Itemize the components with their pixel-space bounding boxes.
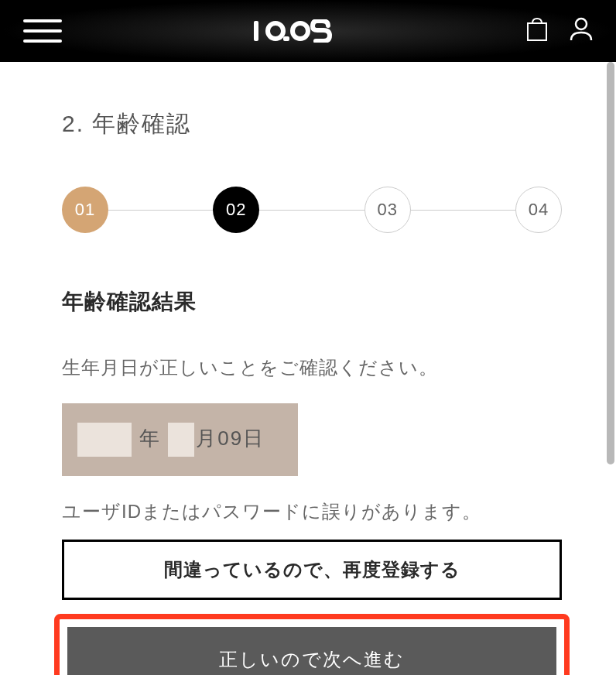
month-value-redacted	[168, 423, 194, 457]
scrollbar-thumb[interactable]	[607, 62, 614, 464]
highlight-annotation: 正しいので次へ進む	[54, 614, 570, 675]
proceed-button[interactable]: 正しいので次へ進む	[67, 627, 556, 675]
error-message: ユーザIDまたはパスワードに誤りがあります。	[62, 499, 562, 524]
main-content: 2. 年齢確認 01 02 03 04 年齢確認結果 生年月日が正しいことをご確…	[0, 62, 616, 675]
day-suffix: 日	[243, 427, 265, 450]
step-01: 01	[62, 187, 108, 233]
step-02: 02	[213, 187, 259, 233]
svg-rect-0	[254, 21, 258, 41]
day-value: 09	[217, 427, 243, 450]
reregister-button[interactable]: 間違っているので、再度登録する	[62, 540, 562, 600]
menu-icon[interactable]	[23, 19, 62, 43]
shopping-bag-icon[interactable]	[526, 17, 548, 45]
step-connector	[411, 210, 515, 211]
section-title: 年齢確認結果	[62, 287, 562, 317]
user-icon[interactable]	[570, 17, 593, 45]
app-header	[0, 0, 616, 62]
svg-rect-1	[283, 36, 289, 41]
logo[interactable]	[254, 19, 362, 43]
svg-rect-2	[528, 23, 546, 40]
step-connector	[259, 210, 364, 211]
instruction-text: 生年月日が正しいことをご確認ください。	[62, 355, 562, 380]
birthdate-display: 年 月09日	[62, 403, 298, 476]
step-03: 03	[364, 187, 411, 233]
step-04: 04	[515, 187, 562, 233]
year-label: 年	[139, 427, 161, 450]
year-value-redacted	[77, 423, 132, 457]
step-indicator: 01 02 03 04	[62, 187, 562, 233]
page-title: 2. 年齢確認	[62, 108, 562, 140]
svg-point-3	[576, 19, 587, 29]
step-connector	[108, 210, 213, 211]
month-suffix: 月	[196, 427, 217, 450]
